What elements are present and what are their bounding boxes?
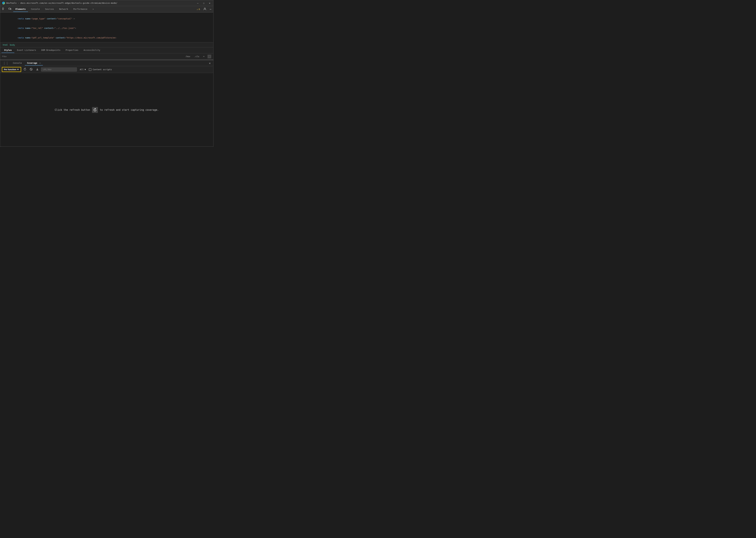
tab-properties[interactable]: Properties	[63, 48, 81, 53]
code-line-1: <meta name="page_type" content="conceptu…	[2, 14, 211, 24]
reload-coverage-button[interactable]	[23, 67, 27, 72]
svg-rect-2	[9, 8, 10, 9]
tab-network[interactable]: Network	[57, 7, 70, 12]
tab-more[interactable]: »	[90, 7, 96, 12]
coverage-toolbar: Per function ▼	[0, 66, 213, 73]
content-scripts-checkbox[interactable]	[89, 68, 91, 71]
tab-sources[interactable]: Sources	[43, 7, 56, 12]
minimize-button[interactable]: —	[196, 1, 199, 5]
refresh-instruction: Click the refresh button to refresh and …	[55, 107, 159, 113]
inline-refresh-button[interactable]	[92, 107, 98, 113]
styles-panel-tabs: Styles Event Listeners DOM Breakpoints P…	[0, 47, 213, 54]
breadcrumb: html body	[0, 42, 213, 47]
device-mode-icon[interactable]	[7, 7, 13, 12]
all-dropdown-arrow: ▼	[84, 68, 86, 71]
tab-elements[interactable]: Elements	[13, 7, 28, 12]
code-line-3: <meta name="pdf_url_template" content="h…	[2, 33, 211, 42]
main-layout: <meta name="page_type" content="conceptu…	[0, 13, 213, 147]
coverage-tab-close[interactable]: ✕	[39, 62, 40, 64]
drawer-tab-bar: ⋮⋮ Console Coverage ✕ ✕	[0, 60, 213, 66]
cls-button[interactable]: .cls	[193, 55, 200, 58]
per-function-label: Per function	[4, 68, 16, 71]
export-coverage-button[interactable]	[35, 67, 40, 72]
coverage-main-content: Click the refresh button to refresh and …	[0, 73, 213, 147]
svg-line-6	[30, 69, 32, 70]
content-scripts-label: Content scripts	[93, 68, 112, 71]
per-function-dropdown[interactable]: Per function ▼	[2, 67, 21, 72]
bottom-area: ⋮⋮ Console Coverage ✕ ✕ Per function ▼	[0, 60, 213, 147]
inspect-element-icon[interactable]	[1, 7, 6, 12]
code-line-2: <meta name="toc_rel" content="../../toc.…	[2, 24, 211, 33]
filter-bar: :hov .cls +	[0, 53, 213, 60]
clear-coverage-button[interactable]	[29, 67, 33, 72]
warning-icon: ⚠	[197, 8, 198, 10]
close-button[interactable]: ✕	[208, 1, 211, 5]
drawer-more-icon[interactable]: ⋮⋮	[1, 61, 10, 66]
settings-more-icon[interactable]: ⋯	[208, 7, 213, 12]
edge-favicon	[2, 2, 5, 5]
tab-event-listeners[interactable]: Event Listeners	[14, 48, 39, 53]
devtools-tab-bar: Elements Console Sources Network Perform…	[0, 6, 213, 13]
add-style-button[interactable]: +	[202, 55, 205, 58]
instruction-text-after: to refresh and start capturing coverage.	[100, 108, 159, 111]
title-bar: DevTools - docs.microsoft.com/en-us/micr…	[0, 0, 213, 6]
account-icon[interactable]	[202, 6, 208, 12]
warning-badge[interactable]: ⚠ 6	[195, 7, 201, 11]
content-scripts-checkbox-wrap[interactable]: Content scripts	[89, 68, 112, 71]
per-function-arrow: ▼	[17, 68, 19, 71]
tab-styles[interactable]: Styles	[1, 48, 14, 53]
drawer-close-button[interactable]: ✕	[208, 61, 212, 66]
elements-styles-area: <meta name="page_type" content="conceptu…	[0, 13, 213, 60]
elements-panel: <meta name="page_type" content="conceptu…	[0, 13, 213, 42]
tab-performance[interactable]: Performance	[71, 7, 89, 12]
drawer-tab-console[interactable]: Console	[11, 61, 24, 66]
tab-console[interactable]: Console	[29, 7, 42, 12]
all-label: All	[80, 68, 83, 71]
title-bar-text: DevTools - docs.microsoft.com/en-us/micr…	[6, 2, 195, 4]
tab-accessibility[interactable]: Accessibility	[81, 48, 103, 53]
warning-count: 6	[199, 8, 200, 10]
breadcrumb-html[interactable]: html	[2, 43, 9, 46]
drawer-tab-coverage[interactable]: Coverage ✕	[25, 61, 43, 66]
title-bar-controls: — ☐ ✕	[196, 1, 211, 5]
hov-button[interactable]: :hov	[184, 55, 191, 58]
maximize-button[interactable]: ☐	[202, 1, 205, 5]
breadcrumb-body[interactable]: body	[9, 43, 16, 46]
svg-rect-3	[10, 9, 11, 10]
color-swatch	[208, 55, 210, 58]
tab-dom-breakpoints[interactable]: DOM Breakpoints	[39, 48, 63, 53]
url-filter-input[interactable]	[41, 68, 77, 72]
filter-input[interactable]	[2, 55, 182, 58]
instruction-text-before: Click the refresh button	[55, 108, 90, 111]
all-dropdown[interactable]: All ▼	[78, 68, 87, 71]
svg-rect-0	[2, 8, 4, 9]
color-swatch-box	[207, 55, 211, 59]
